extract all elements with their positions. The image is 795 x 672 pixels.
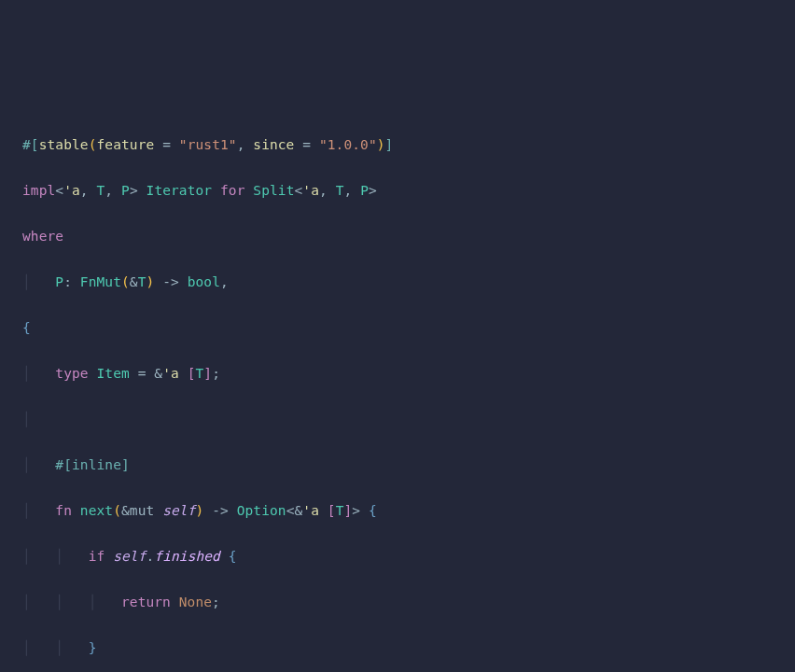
code-line: │ type Item = &'a [T]; [22,362,773,385]
code-line: │ P: FnMut(&T) -> bool, [22,271,773,294]
code-line: impl<'a, T, P> Iterator for Split<'a, T,… [22,179,773,203]
code-line: │ [22,408,773,431]
code-line: │ │ if self.finished { [22,545,773,568]
code-editor[interactable]: #[stable(feature = "rust1", since = "1.0… [22,110,773,672]
code-line: where [22,225,773,248]
code-line: │ │ │ return None; [22,591,773,614]
code-line: { [22,316,773,340]
code-line: │ #[inline] [22,454,773,477]
code-line: #[stable(feature = "rust1", since = "1.0… [22,133,773,157]
code-line: │ fn next(&mut self) -> Option<&'a [T]> … [22,499,773,523]
code-line: │ │ } [22,637,773,660]
